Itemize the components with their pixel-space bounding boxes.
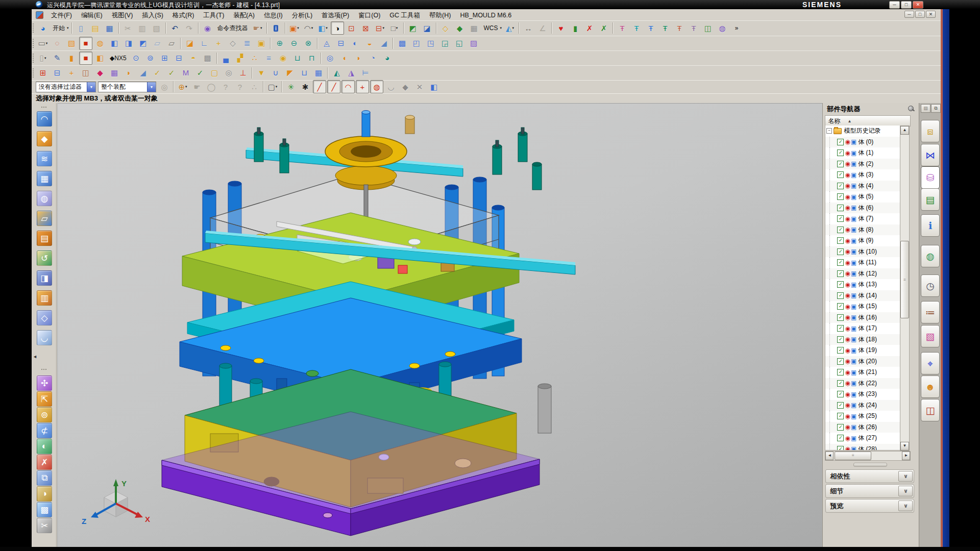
split-box-button[interactable]: ⊟ [51, 66, 64, 80]
menu-item-6[interactable]: 工具(T) [199, 11, 229, 20]
fold-surface-icon[interactable]: ◇ [37, 310, 52, 325]
n-sided-surface-icon[interactable]: ◍ [37, 191, 52, 206]
tree-item[interactable]: ✓◉▣体 (18) [825, 334, 901, 345]
toolbar-grip[interactable] [32, 53, 34, 64]
sketch-button[interactable]: ✎ [51, 52, 64, 65]
mirror-face-icon[interactable]: ◑ [37, 486, 52, 502]
mold-library-button[interactable]: ◍ [716, 21, 729, 35]
mold-screw-2-button[interactable]: Ŧ [630, 21, 643, 35]
snap-endpoint-button[interactable]: ╱ [313, 80, 326, 93]
delete-face-icon[interactable]: ✗ [37, 455, 52, 470]
chevron-down-icon[interactable]: ∨ [898, 471, 913, 482]
scroll-right-icon[interactable]: ► [902, 452, 910, 460]
collapse-node-icon[interactable]: − [826, 128, 832, 134]
save-button[interactable]: ▦ [103, 21, 116, 35]
offset-face-button[interactable]: ◔ [366, 52, 380, 65]
selection-filter-dropdown-icon[interactable]: ▼ [87, 82, 95, 92]
tree-vertical-scrollbar[interactable]: ▲ ≡ ▼ [900, 126, 910, 451]
scale-body-button[interactable]: ◕ [381, 52, 394, 65]
hd3d-report-button[interactable]: ▮ [569, 21, 582, 35]
mold-screw-6-button[interactable]: Ŧ [687, 21, 700, 35]
open-file-button[interactable]: ▤ [89, 21, 102, 35]
bounded-plane-icon[interactable]: ▱ [37, 211, 52, 226]
scroll-down-icon[interactable]: ▼ [900, 442, 909, 450]
mold-screw-4-button[interactable]: Ŧ [658, 21, 672, 35]
rect-pocket-button[interactable]: ⊟ [173, 52, 186, 65]
visibility-checkbox[interactable]: ✓ [837, 424, 844, 431]
sphere-button[interactable]: ◍ [93, 37, 107, 50]
copy-button[interactable]: ▥ [136, 21, 149, 35]
tree-item[interactable]: ✓◉▣体 (11) [825, 257, 901, 268]
tree-item[interactable]: ✓◉▣体 (25) [825, 411, 901, 422]
datum-plane-button[interactable]: ◇ [439, 21, 452, 35]
tree-horizontal-scrollbar[interactable]: ◄ ≡ ► [825, 451, 911, 461]
bench-button[interactable]: ▄ [219, 52, 233, 65]
snap-enable-button[interactable]: ✳ [284, 80, 298, 93]
sew-button[interactable]: ◲ [438, 37, 452, 50]
child-close-button[interactable]: ✕ [926, 11, 936, 18]
window-style-button[interactable]: ▣▾ [288, 21, 301, 35]
toolbar-overflow-button[interactable]: » [730, 21, 743, 35]
mold-model[interactable] [57, 103, 822, 547]
vertical-scroll-thumb[interactable]: ≡ [900, 241, 909, 318]
menu-item-9[interactable]: 分析(L) [287, 11, 317, 20]
corner-trim-button[interactable]: ◤ [283, 66, 297, 80]
sketch-rect-button[interactable]: ▭▾ [36, 37, 50, 50]
graphics-viewport[interactable]: Y X Z [57, 103, 822, 547]
start-menu-button[interactable]: 开始▾ [51, 21, 69, 35]
swept-surface-button[interactable]: ◗ [122, 66, 135, 80]
grid-plate-button[interactable]: ▦ [312, 66, 325, 80]
tree-item[interactable]: ✓◉▣体 (13) [825, 279, 901, 290]
snap-point-on-curve-button[interactable]: ✕ [413, 80, 426, 93]
isometric-view-button[interactable]: ◧▾ [316, 21, 330, 35]
visibility-checkbox[interactable]: ✓ [837, 292, 844, 299]
subtract-button[interactable]: ⊖ [287, 37, 301, 50]
new-sheet-button[interactable]: ▯▾ [36, 52, 50, 65]
stand-button[interactable]: ⊥ [236, 66, 250, 80]
visibility-checkbox[interactable]: ✓ [837, 413, 844, 419]
command-finder-icon[interactable]: ◉ [201, 21, 214, 35]
web-browser-tab[interactable]: ◍ [921, 245, 940, 267]
blend-edge-button[interactable]: ◰ [410, 37, 423, 50]
menu-item-13[interactable]: 帮助(H) [425, 11, 455, 20]
snap-all-button[interactable]: ✱ [299, 80, 312, 93]
edit-section-icon[interactable]: ✂ [37, 518, 52, 533]
visibility-checkbox[interactable]: ✓ [837, 336, 844, 343]
groove-button[interactable]: ◖ [338, 52, 351, 65]
extrude-button[interactable]: ◧ [108, 37, 121, 50]
panel-splitter[interactable] [853, 463, 887, 467]
menu-item-12[interactable]: GC 工具箱 [385, 11, 425, 20]
visibility-checkbox[interactable]: ✓ [837, 149, 844, 156]
cylinder-tool-button[interactable]: ▮ [65, 52, 78, 65]
hole-button[interactable]: ◪ [183, 37, 197, 50]
menu-item-7[interactable]: 装配(A) [229, 11, 259, 20]
fix-datum-button[interactable]: ⊡ [345, 21, 358, 35]
visibility-checkbox[interactable]: ✓ [837, 193, 844, 200]
stack-button[interactable]: ≡ [262, 52, 276, 65]
menu-item-1[interactable]: 文件(F) [46, 11, 77, 20]
visibility-checkbox[interactable]: ✓ [837, 248, 844, 255]
tree-item[interactable]: ✓◉▣体 (16) [825, 312, 901, 323]
accept-mark-button[interactable]: ✗ [597, 21, 610, 35]
clamp-up-button[interactable]: ⊔ [291, 52, 304, 65]
section-plane-button[interactable]: ◢ [136, 66, 150, 80]
lift-body-button[interactable]: ◭ [330, 66, 344, 80]
datum-grid-button[interactable]: ▦ [468, 21, 481, 35]
sweep-button[interactable]: ◩ [136, 37, 150, 50]
cross-join-button[interactable]: + [65, 66, 78, 80]
step-button[interactable]: ▞ [234, 52, 247, 65]
more-select-button[interactable]: ∴ [248, 80, 261, 93]
tree-item[interactable]: ✓◉▣体 (20) [825, 356, 901, 367]
bounding-body-button[interactable]: ⊞ [36, 66, 50, 80]
tree-item[interactable]: ✓◉▣体 (7) [825, 213, 901, 224]
visibility-checkbox[interactable]: ✓ [837, 369, 844, 375]
visibility-checkbox[interactable]: ✓ [837, 161, 844, 167]
chevron-down-icon[interactable]: ∨ [898, 500, 913, 511]
copy-face-icon[interactable]: ⧉ [37, 470, 52, 486]
maximize-button[interactable]: □ [901, 1, 912, 9]
snap-face-button[interactable]: ◧ [427, 80, 440, 93]
assembly-navigator-tab[interactable]: ⧈ [921, 120, 940, 142]
pull-face-icon[interactable]: ⇱ [37, 391, 52, 407]
dependencies-panel[interactable]: 相依性 ∨ [825, 469, 914, 483]
child-minimize-button[interactable]: ─ [904, 11, 914, 18]
